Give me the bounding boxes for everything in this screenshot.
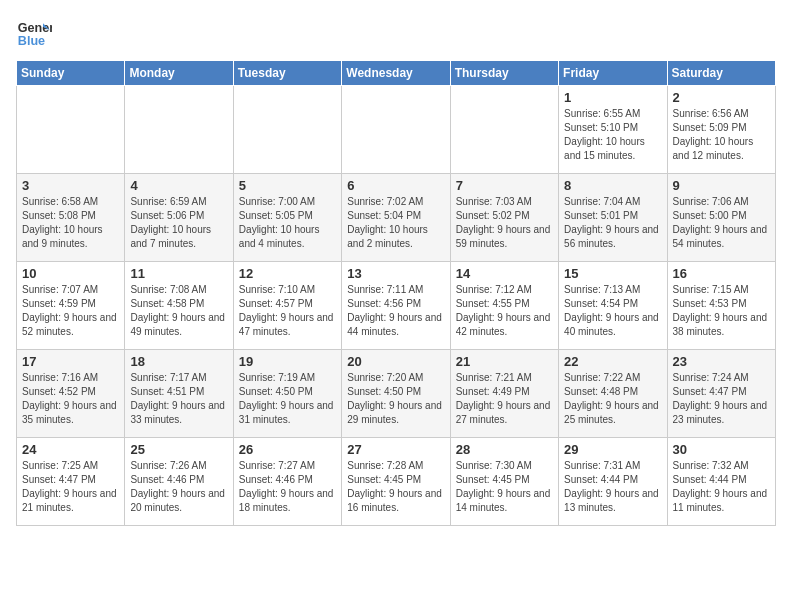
day-info: Sunrise: 7:25 AM Sunset: 4:47 PM Dayligh… [22, 459, 119, 515]
day-info: Sunrise: 7:08 AM Sunset: 4:58 PM Dayligh… [130, 283, 227, 339]
day-info: Sunrise: 7:32 AM Sunset: 4:44 PM Dayligh… [673, 459, 770, 515]
calendar-day-cell: 8Sunrise: 7:04 AM Sunset: 5:01 PM Daylig… [559, 174, 667, 262]
day-info: Sunrise: 7:04 AM Sunset: 5:01 PM Dayligh… [564, 195, 661, 251]
calendar-day-cell: 19Sunrise: 7:19 AM Sunset: 4:50 PM Dayli… [233, 350, 341, 438]
calendar-week-row: 17Sunrise: 7:16 AM Sunset: 4:52 PM Dayli… [17, 350, 776, 438]
calendar-header-cell: Friday [559, 61, 667, 86]
day-info: Sunrise: 7:19 AM Sunset: 4:50 PM Dayligh… [239, 371, 336, 427]
day-number: 14 [456, 266, 553, 281]
day-info: Sunrise: 7:06 AM Sunset: 5:00 PM Dayligh… [673, 195, 770, 251]
day-number: 24 [22, 442, 119, 457]
calendar-day-cell [342, 86, 450, 174]
day-number: 9 [673, 178, 770, 193]
day-info: Sunrise: 7:07 AM Sunset: 4:59 PM Dayligh… [22, 283, 119, 339]
day-number: 16 [673, 266, 770, 281]
day-number: 6 [347, 178, 444, 193]
day-info: Sunrise: 7:27 AM Sunset: 4:46 PM Dayligh… [239, 459, 336, 515]
day-number: 27 [347, 442, 444, 457]
day-info: Sunrise: 7:21 AM Sunset: 4:49 PM Dayligh… [456, 371, 553, 427]
day-info: Sunrise: 7:30 AM Sunset: 4:45 PM Dayligh… [456, 459, 553, 515]
day-info: Sunrise: 7:22 AM Sunset: 4:48 PM Dayligh… [564, 371, 661, 427]
day-number: 10 [22, 266, 119, 281]
page-header: General Blue [16, 16, 776, 52]
day-info: Sunrise: 7:24 AM Sunset: 4:47 PM Dayligh… [673, 371, 770, 427]
calendar-day-cell: 17Sunrise: 7:16 AM Sunset: 4:52 PM Dayli… [17, 350, 125, 438]
calendar-day-cell: 9Sunrise: 7:06 AM Sunset: 5:00 PM Daylig… [667, 174, 775, 262]
calendar-header-row: SundayMondayTuesdayWednesdayThursdayFrid… [17, 61, 776, 86]
day-number: 4 [130, 178, 227, 193]
day-number: 12 [239, 266, 336, 281]
calendar-header-cell: Saturday [667, 61, 775, 86]
day-number: 3 [22, 178, 119, 193]
calendar-day-cell: 6Sunrise: 7:02 AM Sunset: 5:04 PM Daylig… [342, 174, 450, 262]
calendar-day-cell: 16Sunrise: 7:15 AM Sunset: 4:53 PM Dayli… [667, 262, 775, 350]
day-info: Sunrise: 7:03 AM Sunset: 5:02 PM Dayligh… [456, 195, 553, 251]
day-info: Sunrise: 7:16 AM Sunset: 4:52 PM Dayligh… [22, 371, 119, 427]
calendar-day-cell: 21Sunrise: 7:21 AM Sunset: 4:49 PM Dayli… [450, 350, 558, 438]
calendar-week-row: 10Sunrise: 7:07 AM Sunset: 4:59 PM Dayli… [17, 262, 776, 350]
calendar-day-cell: 30Sunrise: 7:32 AM Sunset: 4:44 PM Dayli… [667, 438, 775, 526]
day-number: 29 [564, 442, 661, 457]
calendar-day-cell: 13Sunrise: 7:11 AM Sunset: 4:56 PM Dayli… [342, 262, 450, 350]
calendar-day-cell: 11Sunrise: 7:08 AM Sunset: 4:58 PM Dayli… [125, 262, 233, 350]
calendar-header-cell: Monday [125, 61, 233, 86]
calendar-day-cell [450, 86, 558, 174]
day-info: Sunrise: 7:15 AM Sunset: 4:53 PM Dayligh… [673, 283, 770, 339]
day-number: 20 [347, 354, 444, 369]
calendar-header-cell: Tuesday [233, 61, 341, 86]
calendar-day-cell: 4Sunrise: 6:59 AM Sunset: 5:06 PM Daylig… [125, 174, 233, 262]
calendar-day-cell: 29Sunrise: 7:31 AM Sunset: 4:44 PM Dayli… [559, 438, 667, 526]
calendar-day-cell: 3Sunrise: 6:58 AM Sunset: 5:08 PM Daylig… [17, 174, 125, 262]
day-number: 5 [239, 178, 336, 193]
calendar-header-cell: Wednesday [342, 61, 450, 86]
day-number: 11 [130, 266, 227, 281]
day-info: Sunrise: 7:26 AM Sunset: 4:46 PM Dayligh… [130, 459, 227, 515]
day-info: Sunrise: 7:20 AM Sunset: 4:50 PM Dayligh… [347, 371, 444, 427]
calendar-day-cell: 26Sunrise: 7:27 AM Sunset: 4:46 PM Dayli… [233, 438, 341, 526]
day-info: Sunrise: 6:59 AM Sunset: 5:06 PM Dayligh… [130, 195, 227, 251]
day-number: 15 [564, 266, 661, 281]
calendar-day-cell: 12Sunrise: 7:10 AM Sunset: 4:57 PM Dayli… [233, 262, 341, 350]
calendar-day-cell: 1Sunrise: 6:55 AM Sunset: 5:10 PM Daylig… [559, 86, 667, 174]
calendar-day-cell: 23Sunrise: 7:24 AM Sunset: 4:47 PM Dayli… [667, 350, 775, 438]
day-info: Sunrise: 7:13 AM Sunset: 4:54 PM Dayligh… [564, 283, 661, 339]
day-number: 23 [673, 354, 770, 369]
calendar-day-cell: 15Sunrise: 7:13 AM Sunset: 4:54 PM Dayli… [559, 262, 667, 350]
calendar-day-cell: 20Sunrise: 7:20 AM Sunset: 4:50 PM Dayli… [342, 350, 450, 438]
calendar-table: SundayMondayTuesdayWednesdayThursdayFrid… [16, 60, 776, 526]
day-info: Sunrise: 6:55 AM Sunset: 5:10 PM Dayligh… [564, 107, 661, 163]
day-number: 17 [22, 354, 119, 369]
day-info: Sunrise: 7:17 AM Sunset: 4:51 PM Dayligh… [130, 371, 227, 427]
day-number: 30 [673, 442, 770, 457]
calendar-day-cell: 14Sunrise: 7:12 AM Sunset: 4:55 PM Dayli… [450, 262, 558, 350]
calendar-body: 1Sunrise: 6:55 AM Sunset: 5:10 PM Daylig… [17, 86, 776, 526]
day-number: 8 [564, 178, 661, 193]
day-info: Sunrise: 7:02 AM Sunset: 5:04 PM Dayligh… [347, 195, 444, 251]
day-number: 26 [239, 442, 336, 457]
calendar-week-row: 1Sunrise: 6:55 AM Sunset: 5:10 PM Daylig… [17, 86, 776, 174]
day-number: 19 [239, 354, 336, 369]
day-info: Sunrise: 7:12 AM Sunset: 4:55 PM Dayligh… [456, 283, 553, 339]
calendar-day-cell: 22Sunrise: 7:22 AM Sunset: 4:48 PM Dayli… [559, 350, 667, 438]
calendar-day-cell: 27Sunrise: 7:28 AM Sunset: 4:45 PM Dayli… [342, 438, 450, 526]
calendar-day-cell: 28Sunrise: 7:30 AM Sunset: 4:45 PM Dayli… [450, 438, 558, 526]
day-info: Sunrise: 7:11 AM Sunset: 4:56 PM Dayligh… [347, 283, 444, 339]
day-number: 7 [456, 178, 553, 193]
calendar-day-cell [125, 86, 233, 174]
day-number: 22 [564, 354, 661, 369]
calendar-day-cell [233, 86, 341, 174]
day-info: Sunrise: 6:58 AM Sunset: 5:08 PM Dayligh… [22, 195, 119, 251]
day-number: 1 [564, 90, 661, 105]
day-info: Sunrise: 7:31 AM Sunset: 4:44 PM Dayligh… [564, 459, 661, 515]
svg-text:Blue: Blue [18, 34, 45, 48]
calendar-header-cell: Sunday [17, 61, 125, 86]
day-number: 25 [130, 442, 227, 457]
day-number: 2 [673, 90, 770, 105]
calendar-day-cell: 24Sunrise: 7:25 AM Sunset: 4:47 PM Dayli… [17, 438, 125, 526]
calendar-day-cell: 2Sunrise: 6:56 AM Sunset: 5:09 PM Daylig… [667, 86, 775, 174]
calendar-day-cell [17, 86, 125, 174]
day-info: Sunrise: 7:28 AM Sunset: 4:45 PM Dayligh… [347, 459, 444, 515]
day-number: 28 [456, 442, 553, 457]
day-info: Sunrise: 7:00 AM Sunset: 5:05 PM Dayligh… [239, 195, 336, 251]
day-info: Sunrise: 7:10 AM Sunset: 4:57 PM Dayligh… [239, 283, 336, 339]
